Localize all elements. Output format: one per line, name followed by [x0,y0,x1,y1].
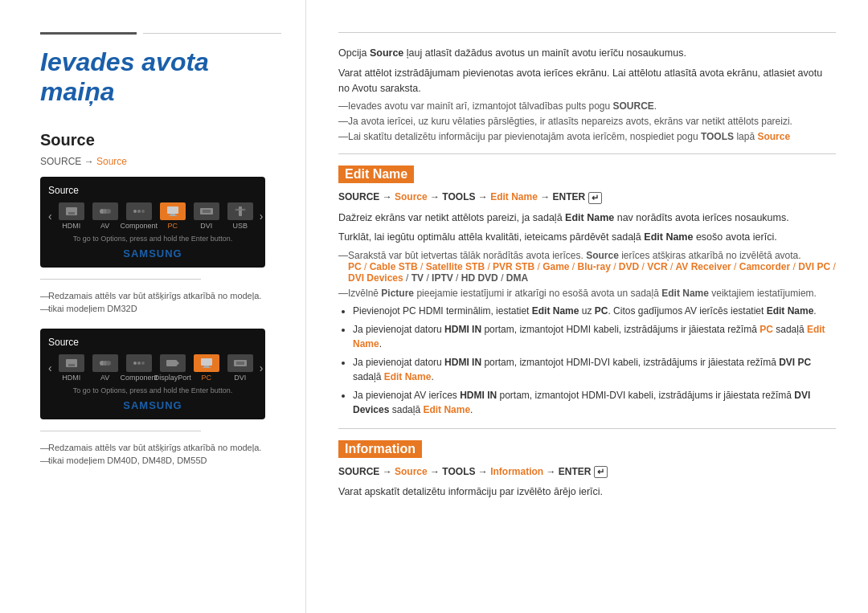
tv-icon-hdmi-1: HDMI [57,202,86,230]
usb-label-1: USB [232,222,248,230]
intro-para-2: Varat attēlot izstrādājumam pievienotas … [338,66,836,96]
tv-icon-hdmi-2: HDMI [57,354,86,382]
svg-point-15 [235,209,237,211]
top-divider [338,32,836,33]
pc-label-1: PC [167,222,178,230]
left-column: Ievades avota maiņa Source SOURCE → Sour… [0,0,305,613]
tv-icon-pc-2: PC [192,354,221,382]
component-icon-box-2 [126,354,152,372]
component-label-2: Component [120,374,158,382]
av-label-2: AV [100,374,109,382]
em-note-picture: Izvēlnē Picture pieejamie iestatījumi ir… [338,288,836,299]
tv-screen-1: Source ‹ HDMI AV [40,177,265,268]
dp-icon-box-2 [160,354,186,372]
av-icon-box-2 [92,354,118,372]
hdmi-icon-box [59,202,84,220]
tv-icon-component-2: Component [125,354,154,382]
tv-right-arrow-1[interactable]: › [260,210,264,223]
note-3: Redzamais attēls var būt atšķirīgs atkar… [40,443,281,452]
bullet-4: Ja pievienojat AV ierīces HDMI IN portam… [353,388,836,417]
hdmi-label-2: HDMI [62,374,80,382]
tv-icon-av-2: AV [91,354,120,382]
edit-name-section: Edit Name SOURCE → Source → TOOLS → Edit… [338,166,836,417]
tv-icon-av-1: AV [91,202,120,230]
tv-screen-2: Source ‹ HDMI AV [40,329,265,419]
pc-label-2: PC [201,374,211,382]
section-divider-1 [338,153,836,154]
tv-left-arrow-1[interactable]: ‹ [48,210,52,223]
header-rule-thin [143,33,281,34]
usb-icon-box-1 [227,202,253,220]
em-note-saraksta: Sarakstā var būt ietvertas tālāk norādīt… [338,250,836,284]
edit-name-bullet-list: Pievienojot PC HDMI terminālim, iestatie… [338,304,836,417]
component-label-1: Component [120,222,158,230]
tv-icon-dvi-1: DVI [192,202,221,230]
note-4: tikai modeļiem DM40D, DM48D, DM55D [40,456,281,465]
dvi-icon-box-2 [227,354,253,372]
av-icon-box-1 [92,202,118,220]
svg-rect-29 [203,367,211,368]
source-nav-path: SOURCE → Source [40,156,281,167]
dvi-icon-box-1 [194,202,219,220]
hdmi-icon-box-2 [59,354,84,372]
edit-name-heading: Edit Name [338,166,414,183]
pc-icon-box-1 [160,202,186,220]
section-divider-2 [338,428,836,429]
information-nav-path: SOURCE → Source → TOOLS → Information → … [338,466,836,478]
hdmi-label-1: HDMI [62,222,80,230]
tv-icons-row-2: ‹ HDMI AV [48,354,257,382]
av-label-1: AV [100,222,109,230]
intro-para-1: Opcija Source ļauj atlasīt dažādus avotu… [338,46,836,61]
em-note-avota: Ja avota ierīcei, uz kuru vēlaties pārsl… [338,116,836,127]
em-note-tools: Lai skatītu detalizētu informāciju par p… [338,131,836,142]
dvi-label-1: DVI [200,222,212,230]
svg-point-23 [137,362,141,365]
svg-point-16 [243,209,245,211]
component-icon-box-1 [126,202,152,220]
samsung-logo-2: SAMSUNG [48,399,257,411]
svg-point-4 [106,209,111,214]
bullet-3: Ja pievienojat datoru HDMI IN portam, iz… [353,355,836,384]
divider-1 [40,279,201,280]
dp-label-2: DisplayPort [154,374,191,382]
information-section: Information SOURCE → Source → TOOLS → In… [338,440,836,500]
svg-point-21 [106,361,111,366]
svg-rect-8 [167,206,178,214]
information-desc: Varat apskatīt detalizētu informāciju pa… [338,484,836,500]
tv-instruction-1: To go to Options, press and hold the Ent… [48,235,257,243]
tv-icon-component-1: Component [125,202,154,230]
svg-rect-1 [68,212,75,215]
svg-point-6 [137,210,141,213]
svg-rect-25 [166,360,177,366]
page-title: Ievades avota maiņa [40,47,281,107]
tv-right-arrow-2[interactable]: › [260,362,264,374]
note-1: Redzamais attēls var būt atšķirīgs atkar… [40,291,281,300]
svg-marker-26 [177,361,179,366]
tv-left-arrow-2[interactable]: ‹ [48,362,52,374]
svg-rect-9 [170,214,175,215]
source-section-title: Source [40,131,281,149]
tv-icon-dvi-2: DVI [226,354,255,382]
right-column: Opcija Source ļauj atlasīt dažādus avotu… [305,0,868,613]
svg-point-24 [141,362,145,365]
edit-name-nav-path: SOURCE → Source → TOOLS → Edit Name → EN… [338,191,836,203]
edit-name-desc1: Dažreiz ekrāns var netikt attēlots parei… [338,210,836,226]
em-note-source: Ievades avotu var mainīt arī, izmantojot… [338,100,836,112]
tv-icon-dp-2: DisplayPort [158,354,187,382]
information-heading: Information [338,440,422,458]
dvi-label-2: DVI [234,374,246,382]
note-2: tikai modeļiem DM32D [40,304,281,313]
svg-rect-10 [169,215,177,216]
svg-rect-12 [203,210,211,213]
svg-point-7 [141,210,145,213]
tv-icons-row-1: ‹ HDMI AV [48,202,257,230]
header-rule-thick [40,32,137,35]
samsung-logo-1: SAMSUNG [48,247,257,260]
svg-point-5 [133,210,137,213]
svg-rect-28 [204,366,209,367]
svg-rect-18 [68,364,75,366]
svg-point-22 [133,362,137,365]
tv-instruction-2: To go to Options, press and hold the Ent… [48,386,257,394]
tv-icon-pc-1: PC [158,202,187,230]
svg-rect-13 [239,206,242,216]
